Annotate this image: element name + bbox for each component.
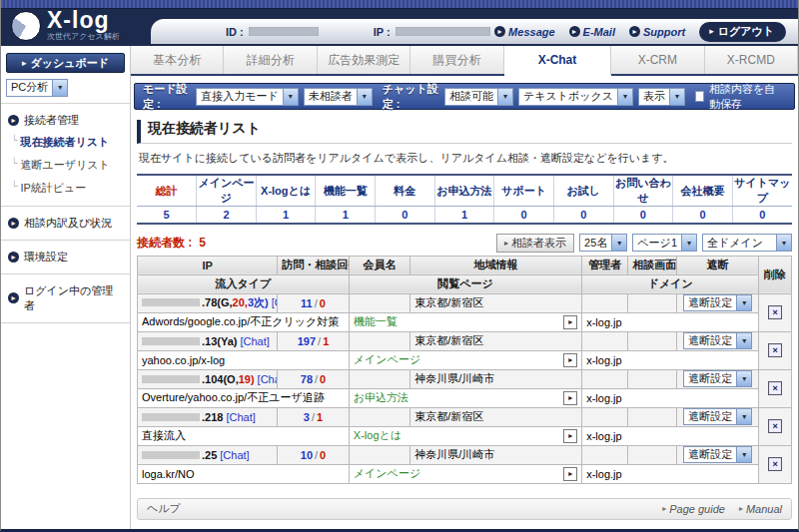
region-cell: 東京都/新宿区 xyxy=(410,407,582,426)
visits-cell: 78/0 xyxy=(278,369,350,388)
manual-link[interactable]: Manual xyxy=(739,503,782,515)
delete-button[interactable]: × xyxy=(768,381,782,395)
col-header-inflow: 流入タイプ xyxy=(138,274,350,293)
tab-label: 広告効果測定 xyxy=(328,52,400,69)
detail-arrow-button[interactable]: ▸ xyxy=(563,391,577,405)
page-guide-link[interactable]: Page guide xyxy=(662,503,725,515)
delete-button[interactable]: × xyxy=(768,419,782,433)
main-content: 基本分析 詳細分析 広告効果測定 購買分析 X-Chat X-CRM X-RCM… xyxy=(131,46,798,530)
block-setting-select[interactable]: 遮断設定 xyxy=(683,370,752,387)
page-title: 現在接続者リスト xyxy=(137,120,792,144)
block-setting-value: 遮断設定 xyxy=(684,371,736,386)
ip-redacted xyxy=(142,451,200,459)
support-link-label: Support xyxy=(643,26,685,38)
chevron-down-icon xyxy=(283,89,298,105)
tab-purchase-analysis[interactable]: 購買分析 xyxy=(410,46,503,74)
analysis-type-select[interactable]: PC分析 xyxy=(6,79,68,97)
chat-status-value: 相談可能 xyxy=(445,89,497,104)
tab-ad-effect[interactable]: 広告効果測定 xyxy=(318,46,410,74)
chevron-down-icon xyxy=(52,80,67,96)
message-link[interactable]: Message xyxy=(494,26,554,38)
view-page-cell: X-logとは▸ xyxy=(349,426,581,445)
chat-status-select[interactable]: 相談可能 xyxy=(444,88,513,106)
chat-link[interactable]: [Chat] xyxy=(272,296,278,308)
consult-filter-select[interactable]: 未相談者 xyxy=(304,88,373,106)
stat-value: 0 xyxy=(673,207,733,224)
view-page-link[interactable]: メインページ xyxy=(354,352,420,367)
dashboard-button[interactable]: ダッシュボード xyxy=(6,53,125,73)
region-cell: 東京都/新宿区 xyxy=(410,331,582,350)
chevron-down-icon xyxy=(681,235,696,251)
chat-input-type-select[interactable]: テキストボックス xyxy=(518,88,633,106)
sidebar-menu: 接続者管理 現在接続者リスト 遮断ユーザリスト IP統計ビュー 相 xyxy=(1,103,130,323)
detail-arrow-button[interactable]: ▸ xyxy=(563,467,577,481)
sidebar-item-label: 遮断ユーザリスト xyxy=(20,158,109,173)
detail-arrow-button[interactable]: ▸ xyxy=(563,353,577,367)
chevron-down-icon xyxy=(357,89,372,105)
domain-select[interactable]: 全ドメイン xyxy=(702,234,792,252)
domain-cell: x-log.jp xyxy=(582,426,759,445)
sidebar-item-visitor-management[interactable]: 接続者管理 xyxy=(1,110,130,131)
email-link[interactable]: E-Mail xyxy=(569,26,615,38)
ip-cell: .78(G,20,3次)[Chat] xyxy=(138,293,278,312)
help-label: ヘルプ xyxy=(147,501,181,516)
chevron-down-icon xyxy=(611,235,626,251)
sidebar-item-logged-in-admins[interactable]: ログイン中の管理者 xyxy=(1,280,130,316)
consult-count: 0 xyxy=(320,373,326,385)
ip-annotation: (Ya) xyxy=(217,335,237,347)
view-page-link[interactable]: メインページ xyxy=(354,466,420,481)
sidebar-item-current-visitor-list[interactable]: 現在接続者リスト xyxy=(1,131,130,154)
chat-link[interactable]: [Chat] xyxy=(240,335,269,347)
page-select[interactable]: ページ1 xyxy=(632,234,697,252)
consult-count: 1 xyxy=(323,335,329,347)
col-header-delete: 削除 xyxy=(759,256,792,293)
ip-annotation: (O, xyxy=(223,373,238,385)
stat-value: 0 xyxy=(376,207,435,224)
autosave-checkbox[interactable] xyxy=(695,91,704,102)
view-page-link[interactable]: お申込方法 xyxy=(354,390,408,405)
sidebar-item-environment-settings[interactable]: 環境設定 xyxy=(1,247,130,267)
detail-arrow-button[interactable]: ▸ xyxy=(563,315,577,329)
table-row-detail: yahoo.co.jp/x-log メインページ▸ x-log.jp xyxy=(138,350,792,369)
chat-link[interactable]: [Chat] xyxy=(220,449,249,461)
consult-screen-cell xyxy=(628,407,677,426)
block-setting-select[interactable]: 遮断設定 xyxy=(683,408,752,425)
show-consultants-button[interactable]: 相談者表示 xyxy=(496,234,574,253)
delete-button[interactable]: × xyxy=(768,343,782,357)
view-page-link[interactable]: X-logとは xyxy=(354,428,401,443)
visits-cell: 11/0 xyxy=(278,293,350,312)
sidebar-item-ip-statistics-view[interactable]: IP統計ビュー xyxy=(1,177,130,200)
view-page-link[interactable]: 機能一覧 xyxy=(354,314,398,329)
tab-x-rcmd[interactable]: X-RCMD xyxy=(705,46,798,74)
sidebar-item-blocked-user-list[interactable]: 遮断ユーザリスト xyxy=(1,154,130,177)
chat-show-select[interactable]: 表示 xyxy=(638,88,685,106)
chevron-down-icon xyxy=(736,447,751,462)
delete-button[interactable]: × xyxy=(768,457,782,471)
block-setting-select[interactable]: 遮断設定 xyxy=(683,294,752,311)
stat-label: メインページ xyxy=(197,175,257,207)
delete-cell: × xyxy=(759,293,792,331)
delete-button[interactable]: × xyxy=(768,305,782,319)
block-setting-select[interactable]: 遮断設定 xyxy=(683,446,752,463)
page-description: 現在サイトに接続している訪問者をリアルタイムで表示し、リアルタイム相談・遮断設定… xyxy=(137,144,792,174)
chat-link[interactable]: [Chat] xyxy=(258,373,278,385)
visitor-table: IP 訪問・相談回数 会員名 地域情報 管理者 相談画面 遮断 削除 流入タイプ… xyxy=(137,256,792,484)
tab-x-crm[interactable]: X-CRM xyxy=(611,46,704,74)
sidebar-item-consultation-status[interactable]: 相談内訳及び状況 xyxy=(1,213,130,234)
tab-x-chat[interactable]: X-Chat xyxy=(504,46,611,76)
chat-link[interactable]: [Chat] xyxy=(226,411,255,423)
page-size-select[interactable]: 25名 xyxy=(579,234,627,252)
consult-screen-cell xyxy=(628,369,677,388)
input-mode-select[interactable]: 直接入力モード xyxy=(196,88,299,106)
support-link[interactable]: Support xyxy=(629,26,685,38)
chat-input-type-value: テキストボックス xyxy=(519,89,617,104)
bullet-arrow-icon xyxy=(8,252,19,263)
detail-arrow-button[interactable]: ▸ xyxy=(563,429,577,443)
tab-detail-analysis[interactable]: 詳細分析 xyxy=(224,46,317,74)
tab-basic-analysis[interactable]: 基本分析 xyxy=(131,46,224,74)
separator: / xyxy=(313,297,320,309)
logout-button[interactable]: ログアウト xyxy=(699,22,786,42)
chat-show-value: 表示 xyxy=(639,89,669,104)
block-setting-select[interactable]: 遮断設定 xyxy=(683,332,752,349)
table-controls-row: 接続者数 : 5 相談者表示 25名 ページ1 全ドメイ xyxy=(137,234,792,253)
